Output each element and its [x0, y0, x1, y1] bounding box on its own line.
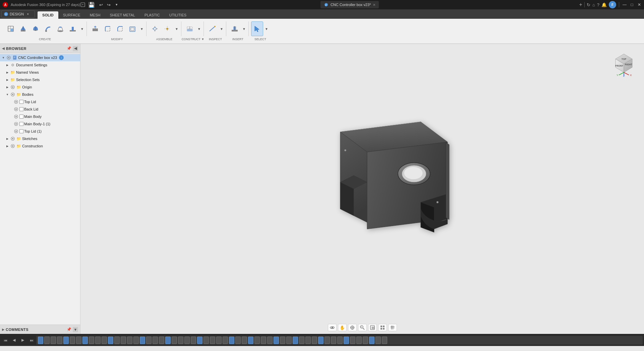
notification-btn[interactable]: 🔔 — [601, 2, 607, 7]
tl-marker[interactable] — [350, 337, 355, 344]
select-btn[interactable] — [251, 21, 263, 36]
orbit-icon-btn[interactable] — [328, 324, 337, 331]
comments-collapse-btn[interactable]: ▼ — [73, 327, 78, 332]
save-btn[interactable]: 💾 — [88, 2, 95, 8]
zoom-icon-btn[interactable]: + — [358, 324, 367, 331]
tree-item-main-body[interactable]: Main Body — [0, 113, 80, 120]
root-visibility-icon[interactable] — [6, 55, 11, 60]
timeline-end-btn[interactable]: ⏭ — [27, 336, 36, 344]
tl-marker[interactable] — [210, 337, 215, 344]
tab-mesh[interactable]: MESH — [85, 11, 105, 19]
undo-btn[interactable]: ↩ — [98, 1, 105, 8]
insert-more-btn[interactable]: ▼ — [241, 21, 247, 36]
tree-item-origin[interactable]: ▶ 📁 Origin — [0, 83, 80, 91]
tl-marker[interactable] — [267, 337, 273, 344]
main-body-visibility-icon[interactable] — [13, 114, 19, 119]
tl-marker[interactable] — [331, 337, 336, 344]
tl-marker[interactable] — [108, 337, 113, 344]
new-component-btn[interactable] — [5, 21, 17, 36]
tl-marker[interactable] — [229, 337, 234, 344]
tree-item-back-lid[interactable]: Back Lid — [0, 106, 80, 113]
tl-marker[interactable] — [70, 337, 75, 344]
bodies-visibility-icon[interactable] — [10, 92, 15, 97]
add-tab-btn[interactable]: + — [579, 2, 582, 8]
timeline-prev-btn[interactable]: ◀ — [10, 336, 18, 344]
zoom-window-btn[interactable]: ⊞ — [368, 324, 377, 331]
tl-marker[interactable] — [184, 337, 190, 344]
tl-marker[interactable] — [159, 337, 164, 344]
tl-marker[interactable] — [274, 337, 279, 344]
grid-toggle-btn[interactable] — [388, 324, 397, 331]
browser-expand-btn[interactable]: ◀ — [73, 46, 78, 51]
tl-marker[interactable] — [286, 337, 292, 344]
maximize-btn[interactable]: □ — [629, 2, 635, 7]
tl-marker[interactable] — [44, 337, 50, 344]
joint-origin-btn[interactable] — [161, 21, 173, 36]
home-btn[interactable]: ⌂ — [592, 2, 595, 7]
look-at-icon-btn[interactable] — [348, 324, 357, 331]
tl-marker[interactable] — [369, 337, 374, 344]
assemble-more-btn[interactable]: ▼ — [174, 21, 180, 36]
tl-marker[interactable] — [38, 337, 43, 344]
tree-item-root[interactable]: ▼ F CNC Controller box v23 i — [0, 54, 80, 61]
tl-marker[interactable] — [312, 337, 317, 344]
tl-marker[interactable] — [197, 337, 202, 344]
user-btn[interactable]: F — [609, 1, 616, 8]
revolve-btn[interactable] — [30, 21, 42, 36]
fillet-btn[interactable] — [102, 21, 114, 36]
view-cube[interactable]: TOP FRONT RIGHT Z X Y — [610, 51, 637, 77]
rib-btn[interactable] — [67, 21, 79, 36]
back-lid-checkbox[interactable] — [19, 107, 23, 111]
tree-item-bodies[interactable]: ▼ 📁 Bodies — [0, 91, 80, 98]
main-body-1-checkbox[interactable] — [19, 122, 23, 126]
tl-marker[interactable] — [203, 337, 209, 344]
tl-marker[interactable] — [178, 337, 183, 344]
browser-collapse-arrow[interactable]: ◀ — [2, 47, 5, 50]
inspect-more-btn[interactable]: ▼ — [219, 21, 225, 36]
help-btn[interactable]: ? — [597, 2, 599, 7]
tab-solid[interactable]: SOLID — [38, 11, 58, 19]
shell-btn[interactable] — [126, 21, 138, 36]
comments-pin-btn[interactable]: 📌 — [67, 327, 71, 332]
tab-sheet-metal[interactable]: SHEET METAL — [105, 11, 139, 19]
tree-item-selection-sets[interactable]: ▶ 📁 Selection Sets — [0, 76, 80, 83]
tl-marker[interactable] — [235, 337, 241, 344]
tl-marker[interactable] — [216, 337, 222, 344]
tree-item-top-lid-1[interactable]: Top Lid (1) — [0, 128, 80, 135]
tl-marker[interactable] — [146, 337, 152, 344]
construction-visibility-icon[interactable] — [10, 143, 15, 149]
tl-marker[interactable] — [165, 337, 171, 344]
minimize-btn[interactable]: — — [622, 2, 627, 7]
tl-marker[interactable] — [172, 337, 177, 344]
construct-more-btn[interactable]: ▼ — [196, 21, 202, 36]
back-lid-visibility-icon[interactable] — [13, 107, 19, 112]
timeline-play-btn[interactable]: ▶ — [19, 336, 27, 344]
tl-marker[interactable] — [95, 337, 101, 344]
main-body-1-visibility-icon[interactable] — [13, 121, 19, 127]
measure-btn[interactable] — [206, 21, 218, 36]
modify-more-btn[interactable]: ▼ — [139, 21, 145, 36]
redo-btn[interactable]: ↪ — [105, 1, 113, 8]
tab-utilities[interactable]: UTILITIES — [165, 11, 191, 19]
tl-marker[interactable] — [102, 337, 107, 344]
top-lid-visibility-icon[interactable] — [13, 99, 19, 104]
tl-marker[interactable] — [89, 337, 94, 344]
tl-marker[interactable] — [57, 337, 62, 344]
top-lid-1-visibility-icon[interactable] — [13, 129, 19, 134]
viewport[interactable]: TOP FRONT RIGHT Z X Y — [80, 44, 644, 334]
top-lid-checkbox[interactable] — [19, 100, 23, 104]
browser-pin-btn[interactable]: 📌 — [67, 46, 71, 51]
workspace-dropdown[interactable]: D DESIGN — [1, 10, 35, 18]
timeline-track[interactable] — [36, 336, 643, 345]
tl-marker[interactable] — [305, 337, 311, 344]
loft-btn[interactable] — [54, 21, 66, 36]
close-btn[interactable]: ✕ — [637, 2, 642, 7]
tl-marker[interactable] — [344, 337, 349, 344]
tl-marker[interactable] — [114, 337, 120, 344]
tl-marker[interactable] — [337, 337, 343, 344]
tl-marker[interactable] — [375, 337, 381, 344]
insert-btn[interactable] — [229, 21, 241, 36]
tl-marker[interactable] — [261, 337, 266, 344]
file-close-icon[interactable]: ✕ — [373, 3, 375, 7]
tab-surface[interactable]: SURFACE — [58, 11, 85, 19]
